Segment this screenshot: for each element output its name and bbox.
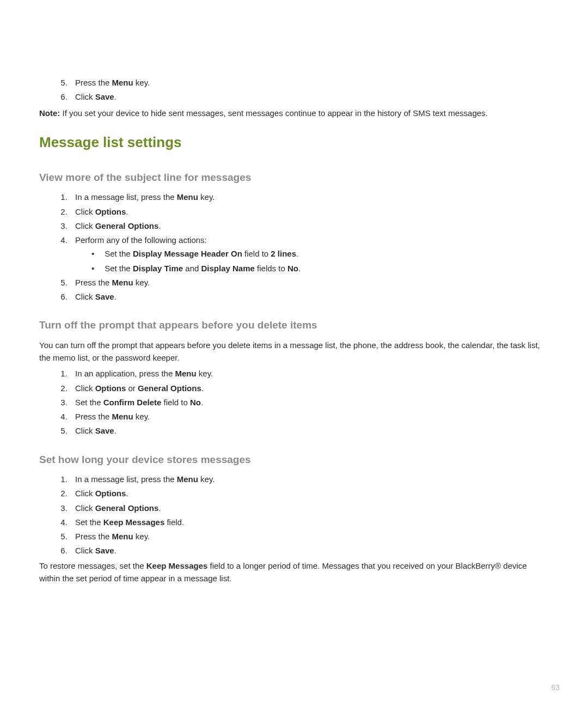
bold-text: Options [95,489,126,498]
text: Click [75,292,95,301]
text: Click [75,503,95,513]
bold-text: 2 lines [271,249,296,258]
text: Press the [75,278,112,287]
bold-text: Save [95,426,114,435]
bold-text: Display Time [133,264,183,273]
note-text: If you set your device to hide sent mess… [60,108,487,118]
list-item: Click Options. [70,205,549,218]
list-item: Press the Menu key. [70,410,549,423]
text: fields to [255,264,287,273]
bold-text: Keep Messages [146,561,208,570]
list-item: Click Save. [70,90,549,103]
note-line: Note: If you set your device to hide sen… [39,107,549,119]
text: In a message list, press the [75,192,177,202]
bold-text: Menu [177,192,198,202]
text: . [114,426,117,435]
bold-text: General Options [95,503,159,513]
list-item: Press the Menu key. [70,530,549,543]
bold-text: Menu [112,412,133,421]
text: Set the [75,398,103,407]
text: . [114,546,117,555]
text: key. [133,278,150,287]
text: . [126,207,128,216]
text: . [296,249,298,258]
text: and [183,264,201,273]
text: key. [198,474,215,484]
text: key. [133,532,150,541]
steps-list: In a message list, press the Menu key. C… [39,473,549,557]
text: Set the [75,518,103,527]
page-number: 63 [551,682,560,694]
sub-list: Set the Display Message Header On field … [75,247,549,275]
steps-list: In an application, press the Menu key. C… [39,367,549,437]
text: Click [75,426,95,435]
list-item: Press the Menu key. [70,76,549,89]
list-item: Set the Confirm Delete field to No. [70,396,549,409]
text: Click [75,92,95,101]
bold-text: Menu [112,278,133,287]
list-item: Set the Keep Messages field. [70,516,549,528]
subsection-heading: Set how long your device stores messages [39,452,549,467]
list-item: In a message list, press the Menu key. [70,191,549,203]
text: Click [75,221,95,230]
section-heading: Message list settings [39,131,549,153]
text: field to [161,398,190,407]
text: In an application, press the [75,369,175,378]
text: Press the [75,532,112,541]
bold-text: Menu [175,369,196,378]
bold-text: Options [95,384,126,393]
list-item: Click Options. [70,487,549,500]
list-item: Click Save. [70,424,549,437]
text: key. [133,412,150,421]
text: field to [242,249,271,258]
subsection-heading: Turn off the prompt that appears before … [39,317,549,333]
bold-text: Options [95,207,126,216]
text: . [126,489,128,498]
list-item: In an application, press the Menu key. [70,367,549,380]
list-item: Press the Menu key. [70,276,549,289]
list-item: Click General Options. [70,220,549,232]
subsection-heading: View more of the subject line for messag… [39,169,549,185]
list-item: In a message list, press the Menu key. [70,473,549,485]
bold-text: Menu [177,474,198,484]
list-item: Click Save. [70,544,549,557]
text: Press the [75,412,112,421]
text: or [126,384,138,393]
paragraph: You can turn off the prompt that appears… [39,339,549,364]
bold-text: Menu [112,532,133,541]
text: field. [164,518,184,527]
text: . [158,503,161,513]
text: . [114,292,117,301]
text: . [158,221,161,230]
text: Set the [105,249,133,258]
text: . [298,264,301,273]
top-continued-list: Press the Menu key. Click Save. [39,76,549,104]
bold-text: Save [95,292,114,301]
bold-text: Menu [112,78,133,87]
list-item: Click General Options. [70,502,549,514]
bold-text: Confirm Delete [103,398,162,407]
text: key. [197,369,213,378]
text: . [201,384,204,393]
text: Click [75,489,95,498]
text: In a message list, press the [75,474,177,484]
list-item: Click Options or General Options. [70,382,549,394]
text: . [201,398,203,407]
paragraph: To restore messages, set the Keep Messag… [39,559,549,585]
list-item: Set the Display Message Header On field … [102,247,549,260]
note-label: Note: [39,108,60,118]
text: . [114,92,117,101]
bold-text: No [190,398,201,407]
bold-text: Display Message Header On [133,249,242,258]
text: Set the [105,264,133,273]
text: Click [75,384,95,393]
text: key. [198,192,215,202]
list-item: Set the Display Time and Display Name fi… [102,262,549,275]
bold-text: Save [95,92,114,101]
text: key. [133,78,150,87]
bold-text: General Options [95,221,159,230]
bold-text: No [287,264,298,273]
bold-text: Save [95,546,114,555]
bold-text: Display Name [201,264,255,273]
text: Perform any of the following actions: [75,235,207,245]
